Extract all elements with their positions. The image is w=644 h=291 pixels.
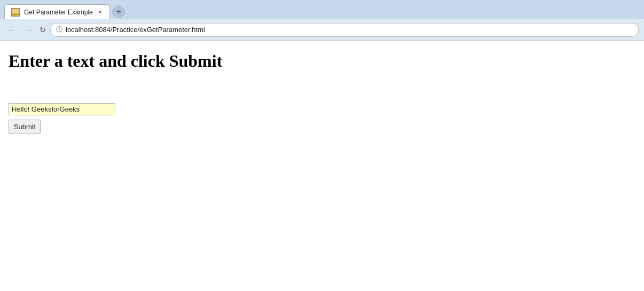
tab-title: Get Parameter Example bbox=[24, 9, 93, 16]
text-input[interactable] bbox=[9, 103, 115, 115]
tab-favicon bbox=[11, 8, 20, 17]
page-heading: Enter a text and click Submit bbox=[9, 51, 635, 71]
refresh-button[interactable]: ↻ bbox=[40, 26, 46, 34]
browser-tab[interactable]: Get Parameter Example × bbox=[4, 4, 110, 19]
svg-rect-1 bbox=[12, 9, 19, 13]
tab-close-button[interactable]: × bbox=[97, 8, 104, 16]
address-bar-row: ← → ↻ ⓘ localhost:8084/Practice/exGetPar… bbox=[0, 19, 644, 41]
tab-bar: Get Parameter Example × + bbox=[0, 0, 644, 19]
back-button[interactable]: ← bbox=[5, 24, 18, 36]
browser-chrome: Get Parameter Example × + ← → ↻ ⓘ localh… bbox=[0, 0, 644, 41]
svg-rect-2 bbox=[12, 14, 19, 15]
forward-button[interactable]: → bbox=[22, 24, 35, 36]
new-tab-button[interactable]: + bbox=[112, 5, 125, 18]
form-area: Submit bbox=[9, 103, 635, 133]
url-text: localhost:8084/Practice/exGetParameter.h… bbox=[66, 26, 205, 34]
address-box[interactable]: ⓘ localhost:8084/Practice/exGetParameter… bbox=[50, 23, 639, 37]
submit-button[interactable]: Submit bbox=[9, 120, 41, 133]
page-content: Enter a text and click Submit Submit bbox=[0, 41, 644, 144]
lock-icon: ⓘ bbox=[56, 25, 62, 34]
